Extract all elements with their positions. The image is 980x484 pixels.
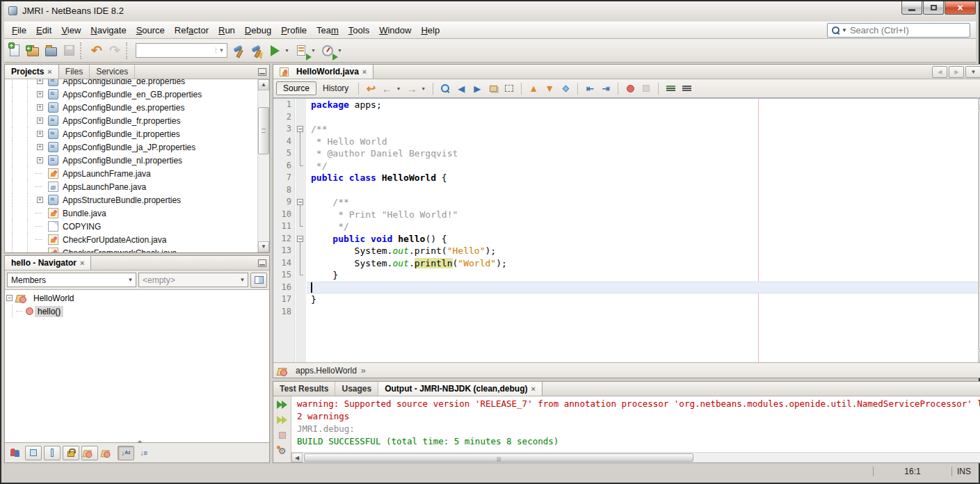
menu-view[interactable]: View [56, 23, 86, 38]
code-line[interactable]: 9− /** [273, 196, 978, 209]
code-line[interactable]: 7public class HelloWorld { [273, 172, 978, 184]
tree-item[interactable]: +AppsStructureBundle.properties [5, 193, 257, 207]
close-tab-icon[interactable]: × [362, 67, 367, 76]
scope-combobox[interactable]: <empty>▼ [138, 273, 248, 287]
tree-item[interactable]: +AppsConfigBundle_de.properties [5, 79, 257, 88]
quick-search-box[interactable]: ▼ Search (Ctrl+I) [827, 23, 970, 38]
history-view-button[interactable]: History [317, 82, 354, 95]
forward-dropdown-icon[interactable]: ▼ [421, 86, 426, 91]
tab-test-results[interactable]: Test Results [273, 382, 335, 396]
source-view-button[interactable]: Source [276, 81, 316, 95]
code-line[interactable]: 3−/** [273, 123, 978, 136]
menu-profile[interactable]: Profile [276, 23, 312, 38]
tree-item[interactable]: COPYING [5, 220, 257, 233]
tree-item[interactable]: +AppsConfigBundle_es.properties [5, 101, 257, 114]
scroll-documents-right-icon[interactable]: ▶ [949, 66, 964, 78]
expand-icon[interactable]: + [37, 79, 43, 84]
scroll-documents-left-icon[interactable]: ◀ [932, 66, 947, 78]
breadcrumb-item[interactable]: apps.HelloWorld [296, 366, 357, 376]
scrollbar-thumb[interactable] [258, 107, 269, 154]
start-macro-recording-button[interactable] [622, 81, 638, 95]
sort-alphabetically-button[interactable]: ↓ᴬᶻ [118, 446, 134, 460]
code-line[interactable]: 16 [273, 282, 978, 294]
stop-build-button[interactable] [275, 429, 289, 442]
navigator-tree[interactable]: − HelloWorld hello() [5, 289, 269, 442]
new-file-button[interactable]: + [6, 42, 24, 60]
find-next-button[interactable]: ▶ [469, 81, 485, 95]
minimize-button[interactable] [901, 1, 922, 15]
code-line[interactable]: 11 */ [273, 220, 978, 233]
minimize-panel-icon[interactable] [258, 259, 266, 267]
find-previous-button[interactable]: ◀ [453, 81, 469, 95]
collapse-icon[interactable]: − [6, 295, 13, 301]
fold-collapse-icon[interactable]: − [297, 236, 303, 242]
code-line[interactable]: 17} [273, 293, 978, 306]
members-view-combobox[interactable]: Members▼ [7, 273, 136, 287]
tree-item[interactable]: +AppsConfigBundle_nl.properties [5, 154, 257, 167]
code-line[interactable]: 10 * Print "Hello World!" [273, 209, 978, 221]
rerun-build-pale-button[interactable] [275, 414, 289, 426]
search-dropdown-icon[interactable]: ▼ [842, 27, 847, 33]
scroll-up-icon[interactable]: ▲ [258, 79, 269, 90]
close-tab-icon[interactable]: × [80, 259, 84, 267]
chevron-right-icon[interactable]: » [361, 365, 366, 376]
tab-services[interactable]: Services [90, 65, 135, 79]
code-line[interactable]: 2 [273, 111, 978, 124]
configuration-combobox[interactable]: ▼ [136, 43, 227, 58]
code-line[interactable]: 15 } [273, 269, 978, 282]
fold-collapse-icon[interactable]: − [297, 126, 303, 132]
menu-run[interactable]: Run [214, 23, 240, 38]
menu-source[interactable]: Source [131, 23, 170, 38]
output-hscrollbar[interactable]: ◀ ▶ [291, 452, 980, 462]
open-project-button[interactable] [42, 42, 60, 60]
code-line[interactable]: 8 [273, 184, 978, 197]
close-tab-icon[interactable]: × [531, 385, 536, 393]
code-line[interactable]: 5 * @author Daniel Bergqvist [273, 147, 978, 160]
code-line[interactable]: 1package apps; [273, 99, 978, 111]
show-non-public-filter-button[interactable] [63, 446, 79, 460]
expand-icon[interactable]: + [37, 104, 43, 111]
debug-project-button[interactable] [292, 42, 310, 60]
tree-item[interactable]: Bundle.java [5, 207, 257, 220]
sort-by-source-button[interactable]: ↓≡ [136, 446, 152, 460]
show-inner-classes-filter-button[interactable] [81, 446, 98, 460]
expand-icon[interactable]: + [37, 197, 43, 203]
scrollbar-thumb[interactable] [304, 453, 693, 462]
fold-collapse-icon[interactable]: − [297, 199, 303, 205]
expand-icon[interactable]: + [37, 118, 43, 124]
tree-item[interactable]: CheckerFrameworkCheck.java [5, 246, 257, 252]
next-bookmark-button[interactable]: ▼ [542, 81, 557, 95]
tree-item[interactable]: +AppsConfigBundle_ja_JP.properties [5, 140, 257, 154]
menu-navigate[interactable]: Navigate [86, 23, 131, 38]
previous-bookmark-button[interactable]: ▲ [526, 81, 541, 95]
tree-item[interactable]: +AppsConfigBundle_it.properties [5, 127, 257, 140]
code-editor[interactable]: 1package apps;23−/**4 * Hello World5 * @… [273, 99, 978, 362]
run-project-button[interactable] [266, 42, 284, 60]
menu-help[interactable]: Help [416, 23, 444, 38]
toggle-highlight-search-button[interactable] [485, 81, 501, 95]
debug-project-dropdown-icon[interactable]: ▼ [311, 48, 316, 53]
show-fields-filter-button[interactable] [25, 446, 42, 460]
code-line[interactable]: 4 * Hello World [273, 136, 978, 148]
new-project-button[interactable]: + [24, 42, 42, 60]
expand-icon[interactable]: + [37, 91, 43, 97]
tree-item[interactable]: CheckForUpdateAction.java [5, 233, 257, 246]
navigator-class-row[interactable]: − HelloWorld [5, 291, 269, 305]
stop-macro-recording-button[interactable] [638, 81, 654, 95]
rerun-build-button[interactable] [275, 398, 289, 411]
run-project-dropdown-icon[interactable]: ▼ [284, 48, 289, 53]
menu-refactor[interactable]: Refactor [170, 23, 214, 38]
tree-item[interactable]: AppsLaunchPane.java [5, 180, 257, 193]
back-dropdown-icon[interactable]: ▼ [396, 86, 401, 91]
documents-list-icon[interactable]: ▼ [965, 66, 980, 78]
menu-tools[interactable]: Tools [344, 23, 374, 38]
close-tab-icon[interactable]: × [47, 67, 51, 76]
save-all-button[interactable] [60, 42, 78, 60]
forward-button[interactable]: → [404, 81, 419, 95]
uncomment-button[interactable] [679, 81, 694, 95]
expand-icon[interactable]: + [37, 144, 43, 150]
shift-line-right-button[interactable]: ⇥ [598, 81, 613, 95]
code-line[interactable]: 14 System.out.println("World"); [273, 257, 978, 270]
comment-button[interactable] [663, 81, 678, 95]
menu-file[interactable]: File [7, 23, 31, 38]
